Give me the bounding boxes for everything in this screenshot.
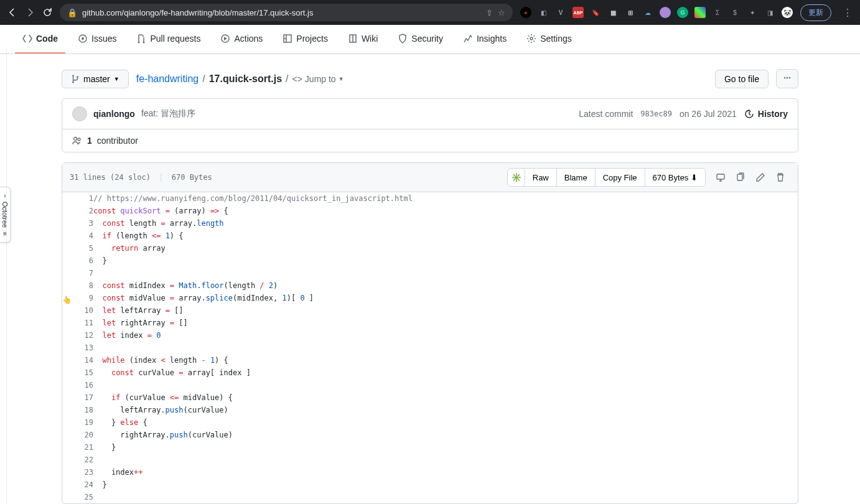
line-content[interactable] [93,454,798,466]
line-content[interactable]: const midValue = array.splice(midIndex, … [93,292,798,304]
line-content[interactable] [93,379,798,391]
ext-icon-sigma[interactable]: Σ [712,7,723,18]
share-icon[interactable]: ⇧ [486,8,493,17]
line-content[interactable]: // https://www.ruanyifeng.com/blog/2011/… [93,192,798,205]
line-content[interactable]: let index = 0 [93,329,798,342]
edit-button[interactable] [750,169,770,186]
tab-projects[interactable]: Projects [275,25,335,54]
history-button[interactable]: History [744,109,788,119]
line-content[interactable]: const quickSort = (array) => { [93,205,798,217]
line-content[interactable]: leftArray.push(curValue) [93,404,798,416]
ext-icon-cloud[interactable]: ☁ [642,7,653,18]
blame-button[interactable]: Blame [557,169,596,186]
line-content[interactable]: const length = array.length [93,217,798,230]
contributors-row[interactable]: 1 contributor [62,129,798,152]
line-content[interactable]: } [93,254,798,267]
tab-settings[interactable]: Settings [519,25,579,54]
commit-sha[interactable]: 983ec89 [640,110,672,118]
line-number[interactable]: 6 [62,254,93,267]
code-line[interactable]: 15 const curValue = array[ index ] [62,366,798,379]
ext-icon-abp[interactable]: ABP [573,7,584,18]
code-line[interactable]: 2const quickSort = (array) => { [62,205,798,217]
line-content[interactable]: while (index < length - 1) { [93,354,798,366]
line-number[interactable]: 14 [62,354,93,366]
tab-issues[interactable]: Issues [70,25,124,54]
ext-icon-calc[interactable]: ⊞ [625,7,636,18]
ext-icon-v[interactable]: V [555,7,566,18]
delete-button[interactable] [770,169,790,186]
tab-actions[interactable]: Actions [213,25,270,54]
code-line[interactable]: 23 index++ [62,466,798,478]
line-content[interactable]: if (curValue <= midValue) { [93,391,798,404]
code-line[interactable]: 20 rightArray.push(curValue) [62,429,798,441]
line-number[interactable]: 18 [62,404,93,416]
ext-icon-qr[interactable]: ▦ [607,7,619,18]
code-line[interactable]: 9 const midValue = array.splice(midIndex… [62,292,798,304]
code-line[interactable]: 16 [62,379,798,391]
raw-button[interactable]: Raw [525,169,557,186]
line-number[interactable]: 11 [62,317,93,329]
copy-button[interactable] [731,169,750,186]
code-line[interactable]: 18 leftArray.push(curValue) [62,404,798,416]
code-line[interactable]: 21 } [62,441,798,454]
line-number[interactable]: 16 [62,379,93,391]
line-content[interactable]: rightArray.push(curValue) [93,429,798,441]
line-content[interactable]: let leftArray = [] [93,304,798,317]
line-content[interactable]: } [93,478,798,491]
code-line[interactable]: 12 let index = 0 [62,329,798,342]
line-content[interactable]: index++ [93,466,798,478]
code-line[interactable]: 22 [62,454,798,466]
line-number[interactable]: 15 [62,366,93,379]
profile-avatar[interactable]: 🐼 [782,7,793,18]
line-number[interactable]: 20 [62,429,93,441]
code-line[interactable]: 24 } [62,478,798,491]
line-number[interactable]: 5 [62,242,93,254]
ext-icon-puzzle[interactable]: ✦ [747,7,758,18]
line-number[interactable]: 13 [62,342,93,354]
line-number[interactable]: 21 [62,441,93,454]
code-line[interactable]: 14 while (index < length - 1) { [62,354,798,366]
ext-icon-1[interactable]: ● [520,7,531,18]
commit-message[interactable]: feat: 冒泡排序 [141,108,195,119]
line-number[interactable]: 9 [62,292,93,304]
ext-icon-bookmark[interactable]: 🔖 [590,7,601,18]
line-number[interactable]: 17 [62,391,93,404]
star-icon[interactable]: ☆ [498,8,505,17]
line-content[interactable] [93,267,798,279]
line-number[interactable]: 12 [62,329,93,342]
author-name[interactable]: qianlongo [93,109,135,119]
ext-icon-purple[interactable] [660,7,671,18]
repo-link[interactable]: fe-handwriting [136,73,199,85]
forward-button[interactable] [25,7,35,17]
line-content[interactable]: const midIndex = Math.floor(length / 2) [93,279,798,292]
line-number[interactable]: 25 [62,491,93,503]
ext-icon-2[interactable]: ◧ [538,7,549,18]
line-content[interactable]: return array [93,242,798,254]
line-number[interactable]: 19 [62,416,93,429]
more-options-button[interactable] [776,69,798,88]
line-number[interactable]: 10 [62,304,93,317]
line-number[interactable]: 4 [62,230,93,242]
line-number[interactable]: 2 [62,205,93,217]
tab-wiki[interactable]: Wiki [340,25,385,54]
line-content[interactable]: const curValue = array[ index ] [93,366,798,379]
tab-security[interactable]: Security [390,25,451,54]
code-line[interactable]: 25 [62,491,798,503]
back-button[interactable] [7,7,17,17]
code-line[interactable]: 8 const midIndex = Math.floor(length / 2… [62,279,798,292]
line-content[interactable]: let rightArray = [] [93,317,798,329]
code-line[interactable]: 3 const length = array.length [62,217,798,230]
jump-to-button[interactable]: <> Jump to ▼ [292,74,344,84]
code-line[interactable]: 6 } [62,254,798,267]
tab-code[interactable]: Code [15,25,65,54]
url-bar[interactable]: 🔒 github.com/qianlongo/fe-handwriting/bl… [60,4,513,21]
line-content[interactable] [93,491,798,503]
line-content[interactable]: } [93,441,798,454]
menu-icon[interactable]: ⋮ [843,7,853,19]
code-line[interactable]: 4 if (length <= 1) { [62,230,798,242]
tab-insights[interactable]: Insights [456,25,514,54]
line-content[interactable] [93,342,798,354]
sourcegraph-button[interactable]: ✳️ [508,169,525,186]
line-number[interactable]: 1 [62,192,93,205]
download-button[interactable]: 670 Bytes ⬇ [645,169,705,186]
